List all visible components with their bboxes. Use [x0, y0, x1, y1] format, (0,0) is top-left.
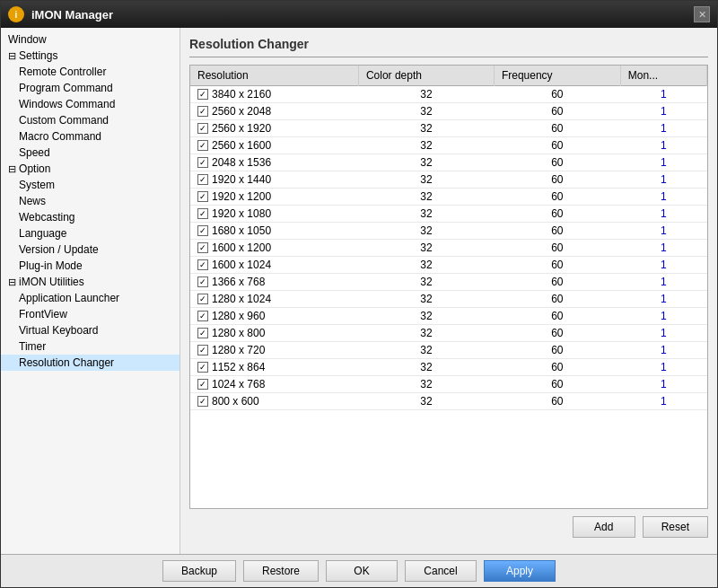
sidebar-item-imon-utilities[interactable]: iMON Utilities: [1, 274, 180, 290]
resolution-checkbox[interactable]: [197, 123, 208, 134]
resolution-checkbox[interactable]: [197, 294, 208, 304]
frequency-cell: 60: [494, 342, 620, 359]
resolution-checkbox[interactable]: [197, 106, 208, 117]
add-button[interactable]: Add: [573, 516, 635, 538]
resolution-checkbox[interactable]: [197, 140, 208, 151]
table-row[interactable]: 3840 x 216032601: [190, 86, 707, 103]
color-depth-cell: 32: [358, 325, 494, 342]
monitor-cell: 1: [620, 359, 706, 376]
sidebar-item-settings[interactable]: Settings: [1, 48, 180, 64]
resolution-checkbox[interactable]: [197, 174, 208, 185]
footer: Backup Restore OK Cancel Apply: [1, 554, 717, 587]
frequency-cell: 60: [494, 103, 620, 120]
table-row[interactable]: 2560 x 204832601: [190, 103, 707, 120]
resolution-cell: 1600 x 1200: [190, 240, 358, 257]
table-row[interactable]: 1024 x 76832601: [190, 376, 707, 393]
window-title: iMON Manager: [31, 8, 694, 22]
resolution-checkbox[interactable]: [197, 208, 208, 219]
monitor-cell: 1: [620, 103, 706, 120]
table-row[interactable]: 1366 x 76832601: [190, 274, 707, 291]
resolution-cell: 1024 x 768: [190, 376, 358, 393]
monitor-cell: 1: [620, 393, 706, 410]
table-row[interactable]: 1280 x 72032601: [190, 342, 707, 359]
frequency-cell: 60: [494, 291, 620, 308]
frequency-cell: 60: [494, 240, 620, 257]
sidebar-item-window[interactable]: Window: [1, 31, 180, 48]
color-depth-cell: 32: [358, 103, 494, 120]
sidebar-item-option[interactable]: Option: [1, 161, 180, 177]
color-depth-cell: 32: [358, 393, 494, 410]
table-row[interactable]: 2048 x 153632601: [190, 154, 707, 171]
sidebar-item-plug-in-mode[interactable]: Plug-in Mode: [1, 258, 180, 274]
resolution-checkbox[interactable]: [197, 157, 208, 168]
resolution-checkbox[interactable]: [197, 276, 208, 287]
main-panel: Resolution Changer Resolution Color dept…: [180, 28, 717, 554]
resolution-table-container[interactable]: Resolution Color depth Frequency Mon... …: [189, 65, 708, 509]
table-row[interactable]: 2560 x 160032601: [190, 137, 707, 154]
color-depth-cell: 32: [358, 359, 494, 376]
table-row[interactable]: 1920 x 120032601: [190, 189, 707, 206]
resolution-checkbox[interactable]: [197, 191, 208, 202]
resolution-cell: 1920 x 1200: [190, 189, 358, 206]
restore-button[interactable]: Restore: [243, 560, 319, 582]
apply-button[interactable]: Apply: [484, 560, 556, 582]
sidebar-item-custom-command[interactable]: Custom Command: [1, 112, 180, 128]
sidebar: WindowSettingsRemote ControllerProgram C…: [1, 28, 180, 554]
resolution-checkbox[interactable]: [197, 345, 208, 355]
sidebar-item-system[interactable]: System: [1, 177, 180, 193]
sidebar-item-language[interactable]: Language: [1, 225, 180, 241]
resolution-checkbox[interactable]: [197, 328, 208, 338]
cancel-button[interactable]: Cancel: [405, 560, 477, 582]
resolution-checkbox[interactable]: [197, 259, 208, 270]
content-area: WindowSettingsRemote ControllerProgram C…: [1, 28, 717, 554]
resolution-checkbox[interactable]: [197, 362, 208, 373]
col-frequency: Frequency: [494, 66, 620, 86]
color-depth-cell: 32: [358, 342, 494, 359]
sidebar-item-remote-controller[interactable]: Remote Controller: [1, 64, 180, 80]
resolution-checkbox[interactable]: [197, 89, 208, 100]
table-row[interactable]: 1920 x 108032601: [190, 206, 707, 223]
sidebar-item-macro-command[interactable]: Macro Command: [1, 128, 180, 145]
resolution-checkbox[interactable]: [197, 311, 208, 321]
backup-button[interactable]: Backup: [162, 560, 236, 582]
color-depth-cell: 32: [358, 223, 494, 240]
table-row[interactable]: 1152 x 86432601: [190, 359, 707, 376]
ok-button[interactable]: OK: [326, 560, 398, 582]
frequency-cell: 60: [494, 206, 620, 223]
table-row[interactable]: 1280 x 80032601: [190, 325, 707, 342]
resolution-checkbox[interactable]: [197, 225, 208, 236]
monitor-cell: 1: [620, 206, 706, 223]
monitor-cell: 1: [620, 120, 706, 137]
table-row[interactable]: 2560 x 192032601: [190, 120, 707, 137]
resolution-cell: 1280 x 720: [190, 342, 358, 359]
table-row[interactable]: 1280 x 96032601: [190, 308, 707, 325]
table-row[interactable]: 800 x 60032601: [190, 393, 707, 410]
sidebar-item-application-launcher[interactable]: Application Launcher: [1, 290, 180, 306]
resolution-checkbox[interactable]: [197, 379, 208, 390]
color-depth-cell: 32: [358, 240, 494, 257]
sidebar-item-windows-command[interactable]: Windows Command: [1, 96, 180, 112]
sidebar-item-webcasting[interactable]: Webcasting: [1, 209, 180, 225]
sidebar-item-news[interactable]: News: [1, 193, 180, 209]
table-row[interactable]: 1920 x 144032601: [190, 171, 707, 189]
sidebar-item-frontview[interactable]: FrontView: [1, 306, 180, 322]
table-row[interactable]: 1280 x 102432601: [190, 291, 707, 308]
sidebar-item-timer[interactable]: Timer: [1, 338, 180, 355]
resolution-cell: 1366 x 768: [190, 274, 358, 291]
sidebar-item-virtual-keyboard[interactable]: Virtual Keyboard: [1, 322, 180, 338]
sidebar-item-version-update[interactable]: Version / Update: [1, 241, 180, 258]
table-row[interactable]: 1680 x 105032601: [190, 223, 707, 240]
resolution-checkbox[interactable]: [197, 396, 208, 407]
reset-button[interactable]: Reset: [643, 516, 708, 538]
close-button[interactable]: ✕: [694, 6, 710, 22]
col-resolution: Resolution: [190, 66, 358, 86]
resolution-cell: 2560 x 2048: [190, 103, 358, 120]
sidebar-item-resolution-changer[interactable]: Resolution Changer: [1, 355, 180, 371]
color-depth-cell: 32: [358, 120, 494, 137]
sidebar-item-program-command[interactable]: Program Command: [1, 80, 180, 96]
resolution-checkbox[interactable]: [197, 242, 208, 253]
sidebar-item-speed[interactable]: Speed: [1, 145, 180, 161]
table-row[interactable]: 1600 x 102432601: [190, 257, 707, 274]
color-depth-cell: 32: [358, 206, 494, 223]
table-row[interactable]: 1600 x 120032601: [190, 240, 707, 257]
